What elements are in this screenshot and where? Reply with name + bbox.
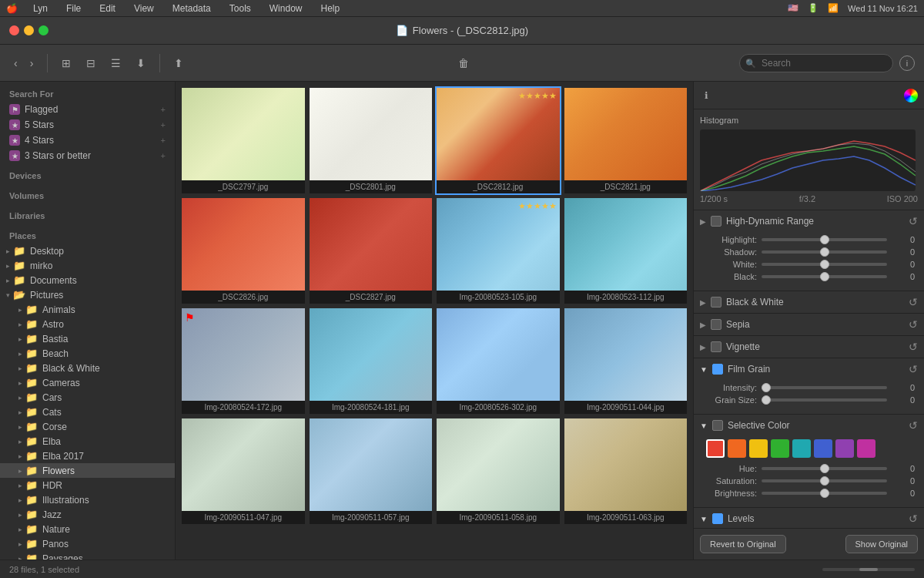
film-grain-header[interactable]: ▼ Film Grain ↺ [694,358,924,380]
photo-cell[interactable]: Img-20090511-047.jpg [182,418,305,524]
sepia-checkbox[interactable] [711,319,721,330]
color-swatch-6[interactable] [835,439,854,458]
color-swatch-5[interactable] [814,439,832,458]
black-slider[interactable] [762,275,887,278]
nav-forward-button[interactable]: › [25,54,38,72]
vignette-checkbox[interactable] [711,341,721,352]
photo-cell[interactable]: _DSC2827.jpg [310,198,433,304]
bw-header[interactable]: ▶ Black & White ↺ [694,291,924,313]
photo-cell[interactable]: _DSC2801.jpg [310,88,433,193]
sidebar-add-flagged-icon[interactable]: + [161,105,166,114]
menu-edit[interactable]: Edit [96,3,119,14]
info-button[interactable]: i [899,55,915,71]
film-grain-checkbox[interactable] [712,364,723,375]
film-grain-reset-button[interactable]: ↺ [909,363,918,375]
show-original-button[interactable]: Show Original [845,535,918,553]
sidebar-item-animals[interactable]: ▸📁Animals [0,302,175,317]
color-swatch-2[interactable] [749,439,768,458]
sidebar-item-bastia[interactable]: ▸📁Bastia [0,331,175,346]
photo-cell[interactable]: ★★★★★Img-20080523-105.jpg [437,198,560,304]
sidebar-item-black-&-white[interactable]: ▸📁Black & White [0,361,175,375]
statusbar-scrollbar[interactable] [822,568,915,571]
saturation-slider[interactable] [762,479,887,482]
color-swatch-7[interactable] [857,439,875,458]
sepia-header[interactable]: ▶ Sepia ↺ [694,314,924,335]
maximize-button[interactable] [38,25,49,35]
bw-checkbox[interactable] [711,297,721,307]
import-button[interactable]: ⬇ [132,54,150,72]
sidebar-item-4stars[interactable]: ★ 4 Stars + [0,133,175,148]
sidebar-item-beach[interactable]: ▸📁Beach [0,346,175,361]
photo-cell[interactable]: Img-20090511-057.jpg [310,418,433,524]
color-picker-button[interactable] [904,89,918,102]
photo-cell[interactable]: Img-20080526-302.jpg [437,308,560,414]
levels-reset-button[interactable]: ↺ [909,512,918,525]
trash-icon[interactable]: 🗑 [454,54,474,72]
vignette-header[interactable]: ▶ Vignette ↺ [694,336,924,358]
sidebar-add-4stars-icon[interactable]: + [161,136,166,145]
sidebar-item-elba[interactable]: ▸📁Elba [0,434,175,449]
brightness-slider[interactable] [762,492,887,495]
sidebar-item-corse[interactable]: ▸📁Corse [0,419,175,434]
color-swatch-1[interactable] [728,439,746,458]
apple-menu[interactable]: 🍎 [6,3,18,14]
levels-header[interactable]: ▼ Levels ↺ [694,508,924,529]
sidebar-item-5stars[interactable]: ★ 5 Stars + [0,117,175,133]
sidebar-add-3stars-icon[interactable]: + [161,151,166,160]
menu-view[interactable]: View [131,3,157,14]
sidebar-item-desktop[interactable]: ▸📁Desktop [0,244,175,258]
sidebar-item-illustrations[interactable]: ▸📁Illustrations [0,492,175,507]
list-view-button[interactable]: ☰ [106,54,126,72]
hdr-header[interactable]: ▶ High-Dynamic Range ↺ [694,210,924,232]
nav-back-button[interactable]: ‹ [9,54,22,72]
photo-cell[interactable]: Img-20080524-181.jpg [310,308,433,414]
menu-window[interactable]: Window [266,3,306,14]
sepia-reset-button[interactable]: ↺ [909,318,918,331]
revert-button[interactable]: Revert to Original [700,535,786,553]
sidebar-item-cars[interactable]: ▸📁Cars [0,390,175,405]
grain-size-slider[interactable] [762,398,887,402]
levels-checkbox[interactable] [712,513,723,524]
sidebar-item-nature[interactable]: ▸📁Nature [0,522,175,536]
shadow-slider[interactable] [762,250,887,254]
hdr-checkbox[interactable] [711,216,721,227]
menu-lyn[interactable]: Lyn [30,3,51,14]
sidebar-item-cameras[interactable]: ▸📁Cameras [0,375,175,390]
sidebar-item-paysages[interactable]: ▸📁Paysages [0,551,175,560]
sidebar-item-pictures[interactable]: ▾📂Pictures [0,287,175,302]
photo-cell[interactable]: _DSC2821.jpg [564,88,688,193]
sidebar-item-hdr[interactable]: ▸📁HDR [0,478,175,492]
sidebar-item-documents[interactable]: ▸📁Documents [0,273,175,287]
white-slider[interactable] [762,263,887,266]
sidebar-item-cats[interactable]: ▸📁Cats [0,405,175,419]
color-swatch-3[interactable] [771,439,789,458]
photo-cell[interactable]: Img-20090511-063.jpg [564,418,688,524]
bw-reset-button[interactable]: ↺ [909,296,918,308]
search-input[interactable] [739,54,893,72]
hue-slider[interactable] [762,467,887,470]
selective-color-header[interactable]: ▼ Selective Color ↺ [694,415,924,436]
photo-cell[interactable]: Img-20090511-044.jpg [564,308,688,414]
intensity-slider[interactable] [762,386,887,389]
selective-color-checkbox[interactable] [712,420,723,431]
color-swatch-4[interactable] [792,439,811,458]
sidebar-item-flagged[interactable]: ⚑ Flagged + [0,102,175,117]
close-button[interactable] [9,25,19,35]
menu-metadata[interactable]: Metadata [169,3,214,14]
sidebar-item-panos[interactable]: ▸📁Panos [0,536,175,551]
minimize-button[interactable] [24,25,34,35]
photo-cell[interactable]: _DSC2826.jpg [182,198,305,304]
selective-color-reset-button[interactable]: ↺ [909,419,918,432]
sidebar-item-flowers[interactable]: ▸📁Flowers [0,463,175,478]
sidebar-item-jazz[interactable]: ▸📁Jazz [0,507,175,522]
highlight-slider[interactable] [762,238,887,241]
menu-help[interactable]: Help [317,3,343,14]
sidebar-item-mirko[interactable]: ▸📁mirko [0,258,175,273]
hdr-reset-button[interactable]: ↺ [909,215,918,227]
menu-file[interactable]: File [63,3,84,14]
export-button[interactable]: ⬆ [169,54,188,72]
photo-cell[interactable]: Img-20080523-112.jpg [564,198,688,304]
vignette-reset-button[interactable]: ↺ [909,341,918,353]
color-swatch-0[interactable] [706,439,725,458]
photo-cell[interactable]: _DSC2797.jpg [182,88,305,193]
